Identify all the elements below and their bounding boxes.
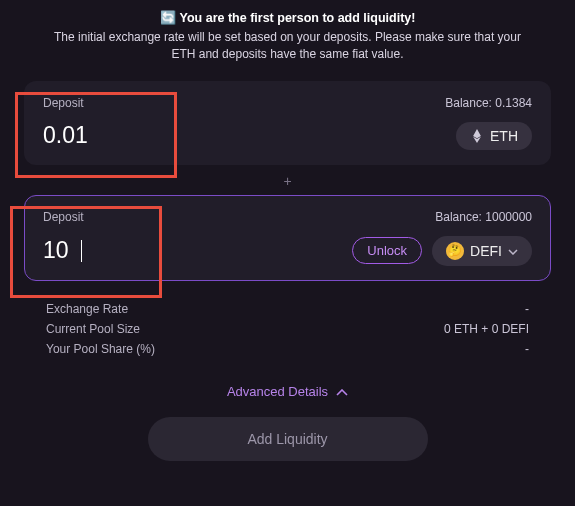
add-liquidity-button[interactable]: Add Liquidity — [148, 417, 428, 461]
text-cursor — [81, 240, 82, 262]
pool-size-value: 0 ETH + 0 DEFI — [444, 319, 529, 339]
token-eth-label: ETH — [490, 128, 518, 144]
plus-separator: + — [24, 173, 551, 189]
exchange-rate-value: - — [525, 299, 529, 319]
deposit-label: Deposit — [43, 96, 84, 110]
notice-header: 🔄 You are the first person to add liquid… — [24, 10, 551, 63]
notice-subtitle: The initial exchange rate will be set ba… — [24, 29, 551, 63]
balance-display: Balance: 0.1384 — [445, 96, 532, 110]
unlock-button[interactable]: Unlock — [352, 237, 422, 264]
chevron-up-icon — [336, 384, 348, 399]
pool-share-value: - — [525, 339, 529, 359]
balance-display: Balance: 1000000 — [435, 210, 532, 224]
stats-panel: Exchange Rate - Current Pool Size 0 ETH … — [24, 289, 551, 364]
exchange-rate-label: Exchange Rate — [46, 299, 128, 319]
deposit-label: Deposit — [43, 210, 84, 224]
deposit-panel-defi: Deposit Balance: 1000000 Unlock 🤔 DEFI — [24, 195, 551, 281]
chevron-down-icon — [508, 245, 518, 257]
deposit-defi-input[interactable] — [43, 237, 83, 264]
defi-icon: 🤔 — [446, 242, 464, 260]
pool-size-label: Current Pool Size — [46, 319, 140, 339]
deposit-panel-eth: Deposit Balance: 0.1384 ETH — [24, 81, 551, 165]
refresh-icon: 🔄 — [160, 10, 176, 25]
token-defi-select[interactable]: 🤔 DEFI — [432, 236, 532, 266]
advanced-details-toggle[interactable]: Advanced Details — [24, 384, 551, 399]
token-eth-pill: ETH — [456, 122, 532, 150]
eth-icon — [470, 129, 484, 143]
notice-title: You are the first person to add liquidit… — [180, 11, 416, 25]
pool-share-label: Your Pool Share (%) — [46, 339, 155, 359]
deposit-eth-input[interactable] — [43, 122, 203, 149]
token-defi-label: DEFI — [470, 243, 502, 259]
